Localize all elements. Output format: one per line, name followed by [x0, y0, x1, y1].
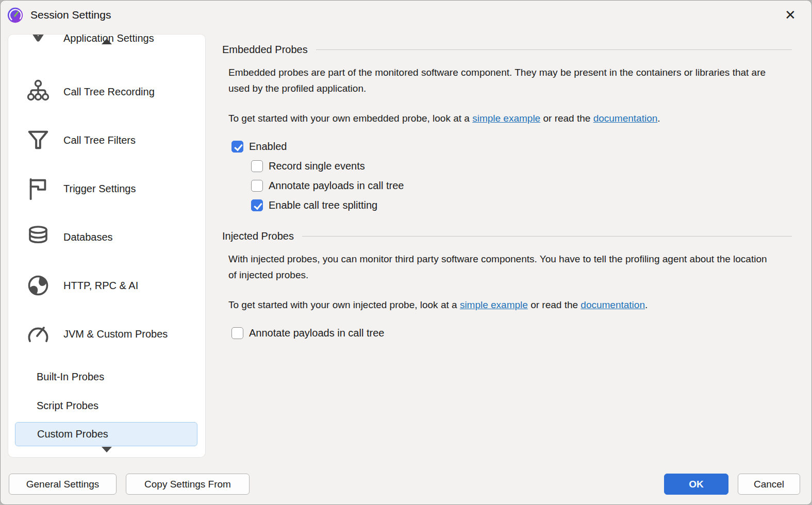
session-settings-dialog: Session Settings ✕ Application Settings: [0, 0, 812, 505]
ok-button[interactable]: OK: [664, 474, 728, 495]
sidebar-item-http-rpc-ai[interactable]: HTTP, RPC & AI: [8, 261, 205, 310]
text: .: [645, 299, 648, 310]
sidebar-item-label: Custom Probes: [37, 428, 108, 440]
sidebar-item-label: JVM & Custom Probes: [63, 328, 168, 340]
section-title: Injected Probes: [222, 230, 294, 242]
general-settings-button[interactable]: General Settings: [9, 474, 117, 495]
sidebar-item-call-tree-filters[interactable]: Call Tree Filters: [8, 116, 205, 164]
checkbox-label[interactable]: Enable call tree splitting: [269, 199, 377, 211]
sidebar-item-call-tree-recording[interactable]: Call Tree Recording: [8, 68, 205, 116]
call-tree-filters-icon: [25, 127, 51, 153]
injected-intro-text: With injected probes, you can monitor th…: [228, 251, 775, 283]
globe-icon: [25, 273, 51, 298]
checkbox-label[interactable]: Record single events: [269, 160, 365, 172]
checkbox-label[interactable]: Annotate payloads in call tree: [249, 327, 384, 339]
section-divider: [302, 236, 792, 237]
sidebar-item-jvm-custom-probes[interactable]: JVM & Custom Probes: [8, 310, 205, 358]
record-single-events-checkbox[interactable]: [251, 160, 263, 172]
text: To get started with your own embedded pr…: [228, 113, 472, 124]
trigger-settings-icon: [25, 176, 51, 201]
checkbox-label[interactable]: Annotate payloads in call tree: [269, 180, 404, 192]
section-title: Embedded Probes: [222, 44, 308, 56]
scroll-up-icon[interactable]: [102, 39, 112, 44]
sidebar-item-label: HTTP, RPC & AI: [63, 280, 138, 292]
call-tree-recording-icon: [25, 79, 51, 105]
databases-icon: [25, 224, 51, 250]
copy-settings-from-button[interactable]: Copy Settings From: [126, 474, 250, 495]
enabled-checkbox[interactable]: [231, 141, 243, 153]
sidebar-item-custom-probes[interactable]: Custom Probes: [15, 422, 197, 446]
documentation-link[interactable]: documentation: [593, 113, 658, 124]
embedded-intro-text: Embedded probes are part of the monitore…: [228, 64, 775, 96]
close-icon[interactable]: ✕: [781, 6, 800, 24]
sidebar-item-trigger-settings[interactable]: Trigger Settings: [8, 164, 205, 213]
text: .: [657, 113, 660, 124]
injected-start-text: To get started with your own injected pr…: [228, 297, 775, 313]
text: or read the: [528, 299, 581, 310]
record-single-events-checkbox-row: Record single events: [251, 160, 792, 172]
sidebar-list: Application Settings Call Tree Recording: [8, 35, 205, 449]
sidebar-item-label: Script Probes: [37, 400, 98, 412]
injected-annotate-payloads-checkbox-row: Annotate payloads in call tree: [231, 327, 792, 339]
annotate-payloads-checkbox-row: Annotate payloads in call tree: [251, 180, 792, 192]
window-title: Session Settings: [30, 9, 111, 21]
cancel-button[interactable]: Cancel: [738, 474, 800, 495]
injected-annotate-payloads-checkbox[interactable]: [231, 327, 243, 339]
sidebar-item-label: Trigger Settings: [63, 183, 136, 195]
embedded-start-text: To get started with your own embedded pr…: [228, 110, 775, 126]
sidebar-item-built-in-probes[interactable]: Built-In Probes: [8, 362, 205, 391]
call-tree-splitting-checkbox-row: Enable call tree splitting: [251, 199, 792, 211]
app-logo-icon: [7, 7, 23, 23]
text: To get started with your own injected pr…: [228, 299, 460, 310]
text: With injected probes, you can monitor th…: [228, 254, 767, 280]
sidebar-item-label: Call Tree Filters: [63, 134, 136, 146]
injected-probes-section-header: Injected Probes: [222, 230, 792, 242]
sidebar-item-script-probes[interactable]: Script Probes: [8, 391, 205, 420]
text: or read the: [540, 113, 593, 124]
section-divider: [316, 49, 792, 50]
sidebar-item-label: Call Tree Recording: [63, 86, 155, 98]
probe-subitems: Built-In Probes Script Probes Custom Pro…: [8, 362, 205, 446]
scroll-down-icon[interactable]: [102, 447, 112, 452]
enabled-checkbox-row: Enabled: [231, 141, 792, 153]
title-bar: Session Settings ✕: [1, 1, 811, 29]
simple-example-link[interactable]: simple example: [472, 113, 540, 124]
sidebar-item-databases[interactable]: Databases: [8, 213, 205, 261]
checkbox-label[interactable]: Enabled: [249, 141, 287, 153]
application-settings-icon: [25, 35, 51, 51]
call-tree-splitting-checkbox[interactable]: [251, 199, 263, 211]
text: Embedded probes are part of the monitore…: [228, 67, 766, 94]
settings-sidebar: Application Settings Call Tree Recording: [8, 35, 205, 457]
sidebar-item-label: Databases: [63, 231, 113, 243]
documentation-link[interactable]: documentation: [581, 299, 645, 310]
main-panel: Embedded Probes Embedded probes are part…: [222, 44, 792, 339]
gauge-icon: [25, 321, 51, 347]
embedded-probes-section-header: Embedded Probes: [222, 44, 792, 56]
sidebar-item-label: Built-In Probes: [37, 371, 104, 383]
simple-example-link[interactable]: simple example: [460, 299, 528, 310]
annotate-payloads-checkbox[interactable]: [251, 180, 263, 192]
